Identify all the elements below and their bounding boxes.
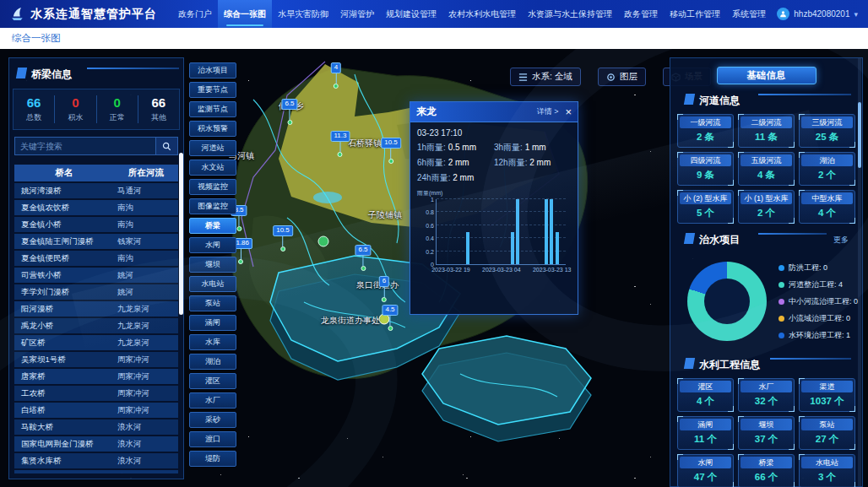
nav-item[interactable]: 政务管理 xyxy=(618,0,664,28)
layer-item[interactable]: 重要节点 xyxy=(189,82,236,98)
metric-label: 6h雨量: xyxy=(417,158,448,167)
layer-item[interactable]: 水电站 xyxy=(189,276,236,292)
table-row[interactable]: 集贤水库桥浪水河 xyxy=(14,453,178,468)
popup-body: 03-23 17:10 1h雨量: 0.5 mm3h雨量: 1 mm6h雨量: … xyxy=(410,122,578,287)
station-marker[interactable]: 4 xyxy=(331,62,341,89)
layer-item[interactable]: 水文站 xyxy=(189,160,236,176)
layer-item[interactable]: 湖泊 xyxy=(189,354,236,370)
metric-value: 2 mm xyxy=(448,158,469,167)
layer-item[interactable]: 灌区 xyxy=(189,373,236,389)
app-logo: 水系连通智慧管护平台 xyxy=(0,6,172,23)
layer-item[interactable]: 泵站 xyxy=(189,295,236,311)
river-stat-cell: 湖泊2 个 xyxy=(799,152,855,186)
nav-item[interactable]: 综合一张图 xyxy=(218,0,272,28)
layer-item[interactable]: 积水预警 xyxy=(189,121,236,137)
cell-label: 桥梁 xyxy=(741,457,792,468)
table-row[interactable]: 李学刘门漫桥姚河 xyxy=(14,284,178,300)
engineering-stat-cell: 桥梁66 个 xyxy=(738,454,795,487)
table-row[interactable]: 临家5号漫桥浪水河 xyxy=(14,470,178,473)
layer-item[interactable]: 水闸 xyxy=(189,237,236,253)
chart-bar xyxy=(545,199,548,264)
legend-dot-icon xyxy=(778,282,784,288)
table-row[interactable]: 阳河漫桥九龙泉河 xyxy=(14,301,178,317)
popup-title: 来龙 xyxy=(416,105,437,119)
table-row[interactable]: 夏金镇小桥南沟 xyxy=(14,217,178,232)
table-row[interactable]: 国家电网荆金门漫桥浪水河 xyxy=(14,436,178,452)
table-row[interactable]: 夏金镇便民桥南沟 xyxy=(14,251,178,266)
table-row[interactable]: 夏金镇陆王闸门漫桥钱家河 xyxy=(14,234,178,249)
layer-item[interactable]: 监测节点 xyxy=(189,101,236,117)
table-row[interactable]: 司营铁小桥姚河 xyxy=(14,268,178,283)
station-marker[interactable]: 10.5 xyxy=(381,138,401,164)
search-input[interactable] xyxy=(15,138,155,154)
nav-item[interactable]: 农村水利水电管理 xyxy=(442,0,522,28)
station-marker[interactable]: 6.5 xyxy=(281,99,297,125)
layer-item[interactable]: 渡口 xyxy=(189,431,236,447)
close-icon[interactable]: × xyxy=(565,106,572,117)
layer-item[interactable]: 视频监控 xyxy=(189,179,236,195)
nav-item[interactable]: 水资源与水土保持管理 xyxy=(522,0,618,28)
nav-item[interactable]: 移动工作管理 xyxy=(664,0,726,28)
layer-item[interactable]: 水厂 xyxy=(189,392,236,409)
table-row[interactable]: 马鞍大桥浪水河 xyxy=(14,419,178,435)
watersystem-scope-button[interactable]: 水系: 全域 xyxy=(510,68,581,86)
stat-value: 0 xyxy=(55,95,95,111)
legend-dot-icon xyxy=(778,265,784,271)
engineering-stat-cell: 渠道1037 个 xyxy=(799,378,855,412)
table-row[interactable]: 白塔桥周家冲河 xyxy=(14,403,178,418)
layer-item[interactable]: 堰坝 xyxy=(189,257,236,273)
nav-item[interactable]: 水旱灾害防御 xyxy=(272,0,334,28)
chart-bar xyxy=(550,199,553,264)
nav-item[interactable]: 系统管理 xyxy=(726,0,772,28)
panel-scrollbar[interactable] xyxy=(858,102,861,168)
layer-item[interactable]: 治水项目 xyxy=(189,62,236,78)
basic-info-button[interactable]: 基础信息 xyxy=(717,67,816,84)
cell-value: 4 条 xyxy=(741,166,792,183)
table-row[interactable]: 姚河湾漫桥马通河 xyxy=(14,183,178,198)
bridge-name-cell: 禹龙小桥 xyxy=(14,321,114,332)
chart-y-tick: 0.8 xyxy=(426,209,434,215)
table-row[interactable]: 禹龙小桥九龙泉河 xyxy=(14,318,178,333)
layer-item[interactable]: 河道站 xyxy=(189,140,236,156)
rain-metric: 3h雨量: 1 mm xyxy=(494,142,571,154)
layer-item[interactable]: 堤防 xyxy=(189,451,236,467)
table-row[interactable]: 工农桥周家冲河 xyxy=(14,386,178,401)
bridge-name-cell: 马鞍大桥 xyxy=(14,422,114,433)
cell-value: 47 个 xyxy=(680,468,731,485)
table-row[interactable]: 吴家坝1号桥周家冲河 xyxy=(14,352,178,367)
river-cell: 浪水河 xyxy=(114,422,178,433)
table-scrollbar[interactable] xyxy=(179,153,183,315)
cell-label: 中型水库 xyxy=(801,192,853,204)
table-row[interactable]: 矿区桥九龙泉河 xyxy=(14,335,178,350)
chart-x-tick: 2023-03-22 19 xyxy=(431,267,470,273)
station-marker[interactable]: 6.5 xyxy=(355,245,371,271)
projects-more-link[interactable]: 更多 xyxy=(833,235,849,246)
nav-item[interactable]: 河湖管护 xyxy=(334,0,380,28)
station-marker[interactable]: 6 xyxy=(379,276,389,302)
search-button[interactable] xyxy=(155,138,177,154)
river-stat-cell: 二级河流11 条 xyxy=(738,114,795,148)
legend-label: 河道整治工程: 4 xyxy=(789,279,843,290)
breadcrumb[interactable]: 综合一张图 xyxy=(0,32,61,45)
river-cell: 浪水河 xyxy=(114,473,178,474)
popup-detail-link[interactable]: 详情 > xyxy=(537,106,559,117)
table-row[interactable]: 夏金镇农饮桥南沟 xyxy=(14,200,178,215)
layer-item[interactable]: 水库 xyxy=(189,334,236,350)
cell-label: 灌区 xyxy=(680,381,731,392)
layers-button[interactable]: 图层 xyxy=(598,68,646,86)
nav-item[interactable]: 政务门户 xyxy=(172,0,218,28)
station-marker[interactable]: 10.5 xyxy=(273,225,293,252)
nav-item[interactable]: 规划建设管理 xyxy=(380,0,442,28)
cell-value: 9 条 xyxy=(680,166,731,183)
layer-item[interactable]: 桥梁 xyxy=(189,218,236,234)
bridge-stat: 66总数 xyxy=(14,95,55,123)
basic-info-content: 基础信息 河道信息 一级河流2 条二级河流11 条三级河流25 条四级河流9 条… xyxy=(670,67,862,487)
table-row[interactable]: 唐家桥周家冲河 xyxy=(14,369,178,384)
station-marker[interactable]: 4.5 xyxy=(382,305,398,331)
legend-dot-icon xyxy=(778,316,784,322)
layer-item[interactable]: 涵闸 xyxy=(189,315,236,331)
layer-item[interactable]: 图像监控 xyxy=(189,198,236,214)
station-marker[interactable]: 11.3 xyxy=(331,131,350,157)
user-menu[interactable]: hhzb42080201 ▾ xyxy=(777,8,868,20)
layer-item[interactable]: 采砂 xyxy=(189,412,236,428)
